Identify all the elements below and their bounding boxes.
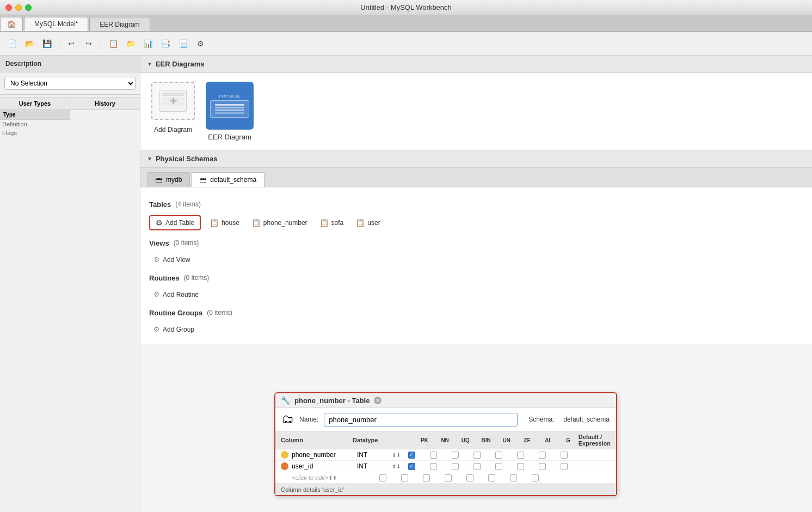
cb-zf-new[interactable] [481,474,502,481]
row-stepper-new[interactable]: ⬆⬇ [328,475,337,481]
cb-g-phone-number[interactable] [553,452,575,459]
toolbar-copy-button[interactable]: 📋 [106,36,121,51]
cb-nn-user-id[interactable] [422,463,444,470]
col-header-datatype: Datatype [353,437,414,443]
eer-diagrams-section: ▼ EER Diagrams ✚ [140,56,812,150]
toolbar-save-button[interactable]: 💾 [39,36,54,51]
row-stepper-user-id[interactable]: ⬆⬇ [392,464,401,470]
cb-ai-user-id[interactable] [531,463,553,470]
cb-bin-phone-number-box [473,452,481,459]
tab-eer-diagram-label: EER Diagram [100,21,139,28]
add-view-icon: ⚙ [153,255,160,264]
toolbar-undo-button[interactable]: ↩ [64,36,79,51]
cb-bin-user-id-box [473,463,481,470]
toolbar-script-button[interactable]: 📃 [175,36,190,51]
cb-pk-user-id[interactable] [401,463,422,470]
main-layout: Description No Selection User Types Type… [0,56,812,512]
row-stepper-phone-number[interactable]: ⬆⬇ [392,452,401,458]
table-row-phone-number[interactable]: phone_number INT ⬆⬇ [275,449,616,461]
table-row-user-id[interactable]: user_id INT ⬆⬇ [275,461,616,472]
cb-nn-new[interactable] [393,474,415,481]
schema-field-label: Schema: [528,416,558,423]
table-item-user[interactable]: 📋 user [352,217,383,229]
table-item-house[interactable]: 📋 house [206,217,243,229]
history-tab[interactable]: History [70,97,140,110]
table-row-new[interactable]: <click to edit> ⬆⬇ [275,472,616,484]
add-diagram-button[interactable]: ✚ Add Diagram [151,82,195,133]
cb-g-new-box [532,474,539,481]
cb-ai-new[interactable] [502,474,524,481]
cb-un-user-id[interactable] [488,463,509,470]
row-type-user-id: INT ⬆⬇ [357,462,401,470]
add-group-button[interactable]: ⚙ Add Group [149,324,199,335]
cb-pk-new[interactable] [372,474,393,481]
phone-number-table-icon: 📋 [251,218,261,227]
table-editor-icon: 🗂 [282,412,294,426]
eer-diagram-item[interactable]: PHYSICAL EER Diagram [206,82,254,141]
cb-zf-user-id[interactable] [509,463,531,470]
close-window-button[interactable] [5,4,12,11]
table-item-sofa[interactable]: 📋 sofa [316,217,347,229]
col-header-nn: NN [435,437,456,443]
row-name-phone-number: phone_number [292,451,357,459]
minimize-window-button[interactable] [15,4,22,11]
click-to-edit-label: <click to edit> [292,474,328,481]
cb-nn-phone-number[interactable] [422,452,444,459]
table-name-input[interactable] [324,413,518,426]
cb-uq-new[interactable] [415,474,437,481]
toolbar-paste-button[interactable]: 📁 [123,36,138,51]
toolbar-new-button[interactable]: 📄 [4,36,20,51]
tab-mysql-model[interactable]: MySQL Model* [24,17,88,31]
physical-schemas-section: ▼ Physical Schemas 🗃 mydb 🗃 default_sche… [140,150,812,344]
tab-mysql-model-label: MySQL Model* [34,20,78,28]
toolbar-redo-button[interactable]: ↪ [81,36,96,51]
routine-groups-row: ⚙ Add Group [149,324,803,335]
schema-tab-default[interactable]: 🗃 default_schema [191,172,264,187]
cb-bin-new[interactable] [437,474,459,481]
table-item-phone-number[interactable]: 📋 phone_number [248,217,311,229]
user-types-tab[interactable]: User Types [0,97,70,110]
table-editor-close-button[interactable]: ✕ [374,397,382,404]
house-table-label: house [222,219,239,227]
tables-count: (4 items) [175,200,201,208]
cb-uq-phone-number[interactable] [444,452,466,459]
views-count: (0 items) [174,239,199,247]
add-view-label: Add View [163,256,190,264]
cb-zf-phone-number[interactable] [509,452,531,459]
cb-un-phone-number[interactable] [488,452,509,459]
mydb-icon: 🗃 [155,175,163,184]
views-subsection: Views (0 items) ⚙ Add View [149,235,803,265]
cb-nn-user-id-box [430,463,437,470]
tab-eer-diagram[interactable]: EER Diagram [89,17,150,31]
default-schema-icon: 🗃 [199,175,207,184]
toolbar-open-button[interactable]: 📂 [22,36,37,51]
toolbar-diagram-button[interactable]: 📊 [140,36,156,51]
col-header-ai: AI [537,437,558,443]
toolbar-report-button[interactable]: 📑 [158,36,173,51]
cb-g-phone-number-box [561,452,568,459]
schema-tab-mydb[interactable]: 🗃 mydb [147,172,190,187]
cb-pk-phone-number[interactable] [401,452,422,459]
add-table-button[interactable]: ⚙ Add Table [149,215,201,230]
add-routine-button[interactable]: ⚙ Add Routine [149,289,203,300]
title-bar: Untitled - MySQL Workbench [0,0,812,15]
no-selection-select[interactable]: No Selection [4,77,136,90]
cb-un-new[interactable] [459,474,481,481]
tab-home[interactable]: 🏠 [0,17,23,31]
cb-g-new[interactable] [524,474,546,481]
cb-g-user-id[interactable] [553,463,575,470]
maximize-window-button[interactable] [25,4,32,11]
cb-uq-user-id-box [452,463,459,470]
cb-bin-phone-number[interactable] [466,452,488,459]
cb-zf-phone-number-box [517,452,524,459]
toolbar-settings-button[interactable]: ⚙ [193,36,208,51]
phone-number-table-label: phone_number [263,219,307,227]
cb-ai-phone-number[interactable] [531,452,553,459]
add-table-icon: ⚙ [156,218,163,227]
table-editor-panel: 🔧 phone_number - Table ✕ 🗂 Name: Schema:… [274,392,617,496]
cb-bin-user-id[interactable] [466,463,488,470]
schema-tab-default-label: default_schema [210,176,256,184]
cb-uq-user-id[interactable] [444,463,466,470]
add-view-button[interactable]: ⚙ Add View [149,254,194,265]
eer-physical-tag: PHYSICAL [219,94,241,99]
